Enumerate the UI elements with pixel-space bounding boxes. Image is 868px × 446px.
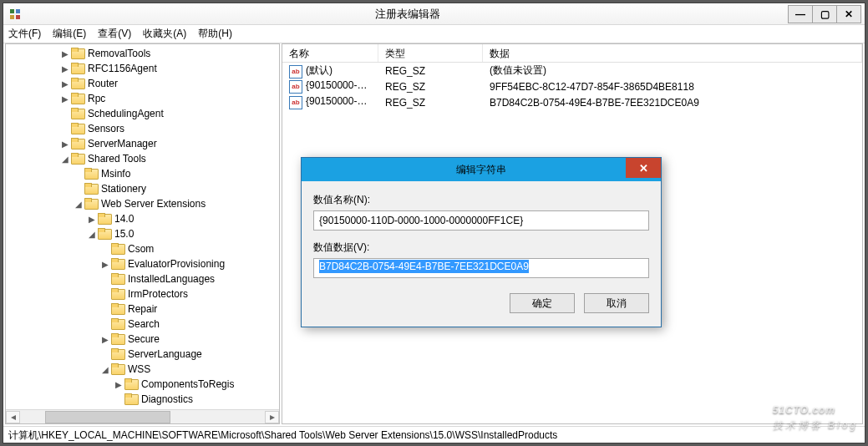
svg-rect-0: [10, 9, 14, 13]
tree-hscrollbar[interactable]: ◂ ▸: [6, 409, 279, 423]
tree-node[interactable]: ServerLanguage: [6, 347, 279, 362]
tree-node[interactable]: ▶ServerManager: [6, 136, 279, 151]
col-name[interactable]: 名称: [282, 44, 378, 62]
folder-icon: [111, 303, 124, 315]
expand-icon[interactable]: [99, 243, 111, 255]
dialog-titlebar[interactable]: 编辑字符串 ✕: [302, 158, 661, 181]
expand-icon[interactable]: ▶: [59, 63, 71, 74]
maximize-button[interactable]: ▢: [812, 5, 837, 23]
tree-label: IrmProtectors: [128, 288, 188, 300]
tree-node[interactable]: SchedulingAgent: [6, 106, 279, 121]
svg-rect-1: [16, 9, 20, 13]
folder-icon: [84, 168, 98, 180]
tree-label: 14.0: [114, 213, 134, 225]
menu-help[interactable]: 帮助(H): [198, 27, 232, 41]
tree-label: InstalledLanguages: [128, 273, 215, 285]
tree-node[interactable]: ▶RFC1156Agent: [6, 61, 279, 76]
value-row[interactable]: (默认)REG_SZ(数值未设置): [282, 63, 862, 79]
tree-label: Diagnostics: [141, 393, 193, 405]
expand-icon[interactable]: [59, 123, 71, 134]
tree-node[interactable]: ▶Secure: [6, 332, 279, 347]
tree-node[interactable]: ▶Rpc: [6, 91, 279, 106]
tree-node[interactable]: Msinfo: [6, 166, 279, 181]
tree-node[interactable]: InstalledLanguages: [6, 271, 279, 286]
tree-label: WSS: [128, 363, 150, 375]
expand-icon[interactable]: [99, 303, 111, 315]
folder-icon: [71, 48, 84, 59]
string-value-icon: [289, 65, 302, 79]
expand-icon[interactable]: ▶: [113, 378, 124, 390]
expand-icon[interactable]: [73, 168, 84, 180]
expand-icon[interactable]: ◢: [86, 228, 98, 240]
ok-button[interactable]: 确定: [510, 293, 575, 313]
expand-icon[interactable]: [113, 393, 124, 405]
titlebar: 注册表编辑器 — ▢ ✕: [3, 3, 865, 25]
tree-node[interactable]: Sensors: [6, 121, 279, 136]
value-row[interactable]: {90150000-101...REG_SZ9FF54EBC-8C12-47D7…: [282, 79, 862, 94]
col-type[interactable]: 类型: [378, 44, 483, 62]
close-button[interactable]: ✕: [836, 5, 861, 23]
tree-label: Secure: [128, 333, 160, 345]
expand-icon[interactable]: ◢: [59, 153, 71, 165]
value-row[interactable]: {90150000-110...REG_SZB7D84C2B-0754-49E4…: [282, 94, 862, 110]
string-value-icon: [289, 96, 302, 109]
tree-node[interactable]: ▶14.0: [6, 211, 279, 226]
expand-icon[interactable]: ▶: [59, 93, 71, 104]
expand-icon[interactable]: ▶: [59, 48, 71, 59]
tree-node[interactable]: ◢Web Server Extensions: [6, 196, 279, 211]
tree-node[interactable]: ▶RemovalTools: [6, 46, 279, 61]
tree-node[interactable]: ▶Router: [6, 76, 279, 91]
registry-tree[interactable]: ▶RemovalTools▶RFC1156Agent▶Router▶RpcSch…: [6, 44, 279, 408]
scroll-right-icon[interactable]: ▸: [265, 411, 279, 423]
dialog-close-button[interactable]: ✕: [626, 158, 661, 178]
cancel-button[interactable]: 取消: [584, 293, 649, 313]
folder-icon: [111, 363, 124, 375]
tree-label: Search: [128, 318, 160, 330]
expand-icon[interactable]: [59, 108, 71, 119]
folder-icon: [111, 243, 124, 255]
minimize-button[interactable]: —: [788, 5, 813, 23]
expand-icon[interactable]: ▶: [59, 138, 71, 150]
status-bar: 计算机\HKEY_LOCAL_MACHINE\SOFTWARE\Microsof…: [3, 426, 865, 443]
tree-label: Rpc: [88, 93, 105, 104]
tree-node[interactable]: ▶ComponentsToRegis: [6, 377, 279, 392]
menu-view[interactable]: 查看(V): [98, 27, 131, 41]
tree-label: ServerManager: [88, 138, 157, 150]
menu-favorites[interactable]: 收藏夹(A): [143, 27, 186, 41]
tree-node[interactable]: ▶EvaluatorProvisioning: [6, 256, 279, 271]
expand-icon[interactable]: [73, 183, 84, 195]
tree-node[interactable]: Csom: [6, 241, 279, 256]
tree-label: RemovalTools: [88, 48, 150, 59]
tree-node[interactable]: Stationery: [6, 181, 279, 196]
expand-icon[interactable]: ▶: [86, 213, 98, 225]
folder-icon: [111, 273, 124, 285]
listview-header[interactable]: 名称 类型 数据: [282, 44, 862, 63]
expand-icon[interactable]: ▶: [99, 333, 111, 345]
menu-file[interactable]: 文件(F): [8, 27, 41, 41]
expand-icon[interactable]: ▶: [59, 78, 71, 89]
tree-node[interactable]: ◢Shared Tools: [6, 151, 279, 166]
scroll-left-icon[interactable]: ◂: [6, 411, 20, 423]
expand-icon[interactable]: ▶: [99, 258, 111, 270]
tree-node[interactable]: ◢15.0: [6, 226, 279, 241]
expand-icon[interactable]: ◢: [73, 198, 84, 210]
expand-icon[interactable]: ◢: [99, 363, 111, 375]
expand-icon[interactable]: [99, 288, 111, 300]
tree-node[interactable]: Repair: [6, 302, 279, 317]
tree-node[interactable]: Diagnostics: [6, 392, 279, 407]
tree-label: Csom: [128, 243, 154, 255]
folder-icon: [111, 333, 124, 345]
svg-rect-2: [10, 15, 14, 19]
tree-node[interactable]: ◢WSS: [6, 362, 279, 377]
tree-node[interactable]: IrmProtectors: [6, 286, 279, 302]
expand-icon[interactable]: [99, 318, 111, 330]
value-name-input[interactable]: [313, 210, 649, 231]
menu-edit[interactable]: 编辑(E): [53, 27, 86, 41]
tree-node[interactable]: Search: [6, 317, 279, 332]
expand-icon[interactable]: [99, 348, 111, 360]
dialog-title: 编辑字符串: [456, 163, 506, 177]
folder-icon: [111, 318, 124, 330]
value-data-input[interactable]: B7D84C2B-0754-49E4-B7BE-7EE321DCE0A9: [313, 258, 649, 278]
col-data[interactable]: 数据: [483, 44, 862, 62]
expand-icon[interactable]: [99, 273, 111, 285]
